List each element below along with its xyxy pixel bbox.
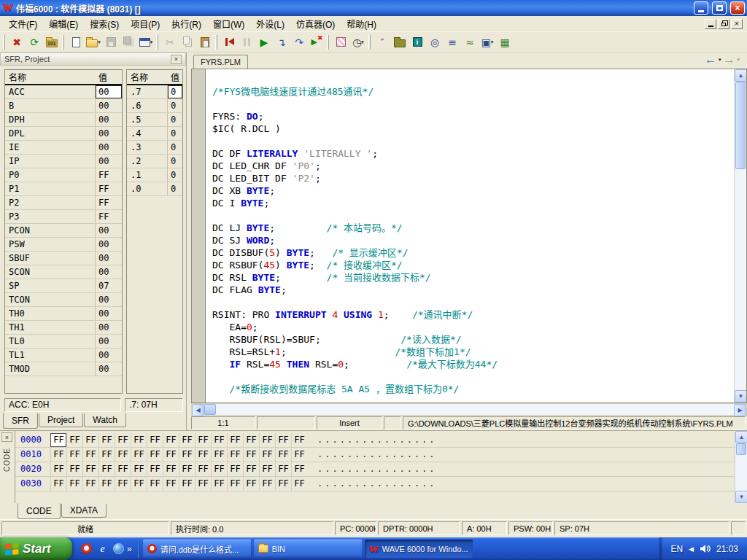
step-into-button[interactable]: ↴ — [273, 34, 290, 51]
bit-row-.2[interactable]: .20 — [127, 155, 182, 168]
hex-byte[interactable]: FF — [211, 433, 227, 447]
hex-byte[interactable]: FF — [291, 448, 307, 462]
menu-item-help[interactable]: 帮助(H) — [341, 15, 382, 32]
menu-item-edit[interactable]: 编辑(E) — [43, 15, 84, 32]
hex-byte[interactable]: FF — [98, 448, 115, 462]
sfr-row-P0[interactable]: P0FF — [5, 168, 122, 182]
sfr-row-TH0[interactable]: TH000 — [5, 307, 122, 321]
hex-byte[interactable]: FF — [195, 448, 211, 462]
compile-button[interactable] — [43, 34, 61, 51]
hex-byte[interactable]: FF — [179, 448, 195, 462]
watch-window-button[interactable]: ◎ — [426, 34, 444, 51]
bit-row-.4[interactable]: .40 — [127, 127, 182, 141]
toolbar-grip[interactable] — [327, 35, 329, 50]
hex-byte[interactable]: FF — [243, 462, 259, 476]
hex-byte[interactable]: FF — [195, 477, 211, 491]
hex-byte[interactable]: FF — [291, 462, 307, 476]
hex-byte[interactable]: FF — [147, 477, 163, 491]
taskbar-task-opera-question[interactable]: 请问.ddb是什么格式... — [143, 540, 251, 558]
hex-byte[interactable]: FF — [66, 448, 82, 462]
hex-byte[interactable]: FF — [131, 433, 147, 447]
menu-item-search[interactable]: 搜索(S) — [84, 15, 125, 32]
hex-byte[interactable]: FF — [82, 448, 98, 462]
sfr-row-TL1[interactable]: TL100 — [5, 349, 122, 362]
tab-fyrs-plm[interactable]: FYRS.PLM — [193, 55, 248, 69]
sfr-row-SCON[interactable]: SCON00 — [5, 265, 122, 279]
hex-byte[interactable]: FF — [227, 433, 243, 447]
vscroll-thumb[interactable] — [736, 443, 746, 455]
memory-window-button[interactable]: ▦ — [496, 34, 514, 51]
globe-icon[interactable] — [113, 543, 124, 554]
hex-byte[interactable]: FF — [291, 433, 307, 447]
hex-byte[interactable]: FF — [147, 462, 163, 476]
bit-row-.7[interactable]: .70 — [127, 85, 182, 99]
hex-byte[interactable]: FF — [147, 433, 163, 447]
menu-item-file[interactable]: 文件(F) — [3, 15, 43, 32]
hex-byte[interactable]: FF — [66, 477, 82, 491]
reset-button[interactable] — [220, 34, 238, 51]
halt-tool-button[interactable]: ✖ — [8, 34, 26, 51]
hex-byte[interactable]: FF — [115, 448, 131, 462]
editor-hscroll[interactable]: ◀ ▶ — [191, 403, 747, 416]
hex-byte[interactable]: FF — [82, 462, 98, 476]
sfr-row-PCON[interactable]: PCON00 — [5, 224, 122, 238]
overflow-chevron-icon[interactable]: » — [127, 544, 132, 554]
memory-close-button[interactable]: × — [1, 432, 12, 442]
hex-byte[interactable]: FF — [163, 462, 179, 476]
scroll-left-icon[interactable]: ◀ — [192, 404, 204, 416]
toolbar-grip[interactable] — [156, 35, 158, 50]
minimize-button[interactable] — [694, 1, 708, 15]
hex-byte[interactable]: FF — [195, 462, 211, 476]
sfr-row-TMOD[interactable]: TMOD00 — [5, 362, 122, 376]
quotes-window-button[interactable]: ″ — [374, 34, 391, 51]
step-over-button[interactable]: ↷ — [290, 34, 308, 51]
sfr-row-SBUF[interactable]: SBUF00 — [5, 252, 122, 265]
bit-row-.1[interactable]: .10 — [127, 168, 182, 182]
maximize-button[interactable] — [712, 1, 727, 15]
hex-byte[interactable]: FF — [115, 433, 131, 447]
tab-watch[interactable]: Watch — [84, 413, 126, 427]
sfr-row-SP[interactable]: SP07 — [5, 279, 122, 293]
sfr-row-IP[interactable]: IP00 — [5, 155, 122, 168]
close-button[interactable]: × — [730, 1, 745, 15]
taskbar-task-bin-folder[interactable]: BIN — [254, 540, 362, 558]
mdi-close-button[interactable]: × — [731, 19, 743, 29]
sfr-row-DPH[interactable]: DPH00 — [5, 113, 122, 127]
reload-button[interactable]: ⟳ — [26, 34, 43, 51]
hex-byte[interactable]: FF — [275, 462, 291, 476]
sfr-row-B[interactable]: B00 — [5, 99, 122, 113]
hex-byte[interactable]: FF — [227, 477, 243, 491]
vscroll-thumb[interactable] — [735, 82, 746, 169]
bit-row-.0[interactable]: .00 — [127, 182, 182, 196]
menu-item-run[interactable]: 执行(R) — [166, 15, 207, 32]
tab-xdata[interactable]: XDATA — [61, 504, 107, 518]
start-button[interactable]: Start — [0, 537, 72, 560]
hex-byte[interactable]: FF — [243, 433, 259, 447]
hex-byte[interactable]: FF — [66, 462, 82, 476]
hex-byte[interactable]: FF — [179, 477, 195, 491]
paste-button[interactable] — [196, 34, 214, 51]
hex-byte[interactable]: FF — [179, 462, 195, 476]
project-window-button[interactable] — [391, 34, 409, 51]
scroll-right-icon[interactable]: ▶ — [734, 404, 746, 416]
logic-window-button[interactable]: ≈ — [461, 34, 479, 51]
hex-byte[interactable]: FF — [50, 448, 66, 462]
hex-byte[interactable]: FF — [259, 433, 275, 447]
hex-byte[interactable]: FF — [98, 433, 115, 447]
hscroll-thumb[interactable] — [204, 404, 216, 415]
hex-byte[interactable]: FF — [211, 462, 227, 476]
hex-byte[interactable]: FF — [147, 448, 163, 462]
menu-item-window[interactable]: 窗口(W) — [207, 15, 250, 32]
hex-byte[interactable]: FF — [243, 477, 259, 491]
menu-item-emulator[interactable]: 仿真器(O) — [290, 15, 341, 32]
hex-byte[interactable]: FF — [163, 477, 179, 491]
hex-byte[interactable]: FF — [275, 477, 291, 491]
hex-byte[interactable]: FF — [66, 433, 82, 447]
project-settings-button[interactable]: ▾ — [137, 34, 155, 51]
sfr-row-IE[interactable]: IE00 — [5, 141, 122, 155]
sfr-row-P2[interactable]: P2FF — [5, 196, 122, 210]
open-file-button[interactable]: ▾ — [85, 34, 102, 51]
hex-byte[interactable]: FF — [50, 462, 66, 476]
nav-back-icon[interactable]: ← — [705, 54, 716, 66]
sfr-row-TH1[interactable]: TH100 — [5, 321, 122, 335]
